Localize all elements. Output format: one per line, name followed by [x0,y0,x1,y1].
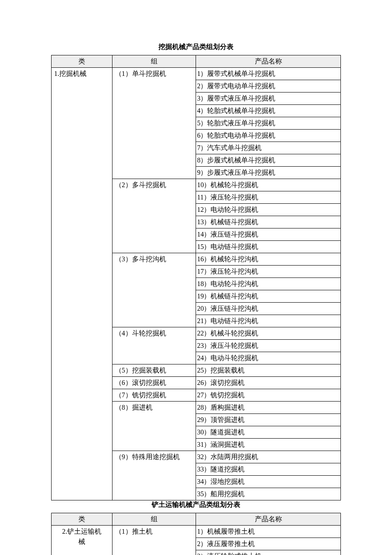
product-cell: 12）电动轮斗挖掘机 [196,204,341,216]
product-cell: 11）液压轮斗挖掘机 [196,191,341,204]
product-cell: 2）液压履带推土机 [196,538,341,550]
column-header: 类 [52,55,112,68]
product-cell: 26）滚切挖掘机 [196,377,341,389]
product-cell: 34）湿地挖掘机 [196,476,341,488]
product-cell: 1）机械履带推土机 [196,526,341,538]
product-cell: 7）汽车式单斗挖掘机 [196,142,341,154]
classification-table: 类组产品名称2.铲土运输机械（1）推土机1）机械履带推土机2）液压履带推土机3）… [51,513,341,555]
product-cell: 17）液压轮斗挖沟机 [196,266,341,278]
table-row: 1.挖掘机械（1）单斗挖掘机1）履带式机械单斗挖掘机 [52,68,341,80]
product-cell: 28）盾构掘进机 [196,402,341,414]
group-cell: （1）推土机 [112,526,196,555]
column-header: 类 [52,513,112,526]
product-cell: 4）轮胎式机械单斗挖掘机 [196,105,341,117]
group-cell: （9）特殊用途挖掘机 [112,451,196,500]
product-cell: 16）机械轮斗挖沟机 [196,253,341,266]
product-cell: 10）机械轮斗挖掘机 [196,179,341,191]
group-cell: （1）单斗挖掘机 [112,68,196,179]
product-cell: 5）轮胎式液压单斗挖掘机 [196,117,341,130]
column-header: 组 [112,55,196,68]
category-cell: 2.铲土运输机械 [52,526,112,555]
classification-table: 类组产品名称1.挖掘机械（1）单斗挖掘机1）履带式机械单斗挖掘机2）履带式电动单… [51,55,341,500]
product-cell: 21）电动链斗挖沟机 [196,315,341,327]
product-cell: 31）涵洞掘进机 [196,439,341,451]
product-cell: 15）电动链斗挖掘机 [196,241,341,253]
product-cell: 3）液压轮胎式推土机 [196,550,341,555]
table-title: 铲土运输机械产品类组划分表 [51,500,341,509]
product-cell: 19）机械链斗挖沟机 [196,290,341,303]
product-cell: 27）铣切挖掘机 [196,389,341,402]
column-header: 产品名称 [196,513,341,526]
product-cell: 29）顶管掘进机 [196,414,341,426]
group-cell: （3）多斗挖沟机 [112,253,196,327]
product-cell: 22）机械斗轮挖掘机 [196,327,341,340]
product-cell: 25）挖掘装载机 [196,364,341,377]
product-cell: 23）液压斗轮挖掘机 [196,340,341,352]
product-cell: 30）隧道掘进机 [196,426,341,439]
product-cell: 13）机械链斗挖掘机 [196,216,341,228]
group-cell: （8）掘进机 [112,402,196,451]
column-header: 组 [112,513,196,526]
product-cell: 8）步履式机械单斗挖掘机 [196,154,341,167]
product-cell: 32）水陆两用挖掘机 [196,451,341,463]
category-cell: 1.挖掘机械 [52,68,112,500]
product-cell: 14）液压链斗挖掘机 [196,228,341,241]
group-cell: （4）斗轮挖掘机 [112,327,196,364]
product-cell: 3）履带式液压单斗挖掘机 [196,92,341,105]
product-cell: 35）船用挖掘机 [196,488,341,500]
product-cell: 9）步履式液压单斗挖掘机 [196,167,341,179]
table-row: 2.铲土运输机械（1）推土机1）机械履带推土机 [52,526,341,538]
group-cell: （6）滚切挖掘机 [112,377,196,389]
group-cell: （5）挖掘装载机 [112,364,196,377]
product-cell: 24）电动斗轮挖掘机 [196,352,341,364]
product-cell: 18）电动轮斗挖沟机 [196,278,341,290]
column-header: 产品名称 [196,55,341,68]
product-cell: 2）履带式电动单斗挖掘机 [196,80,341,92]
table-title: 挖掘机械产品类组划分表 [51,43,341,52]
product-cell: 1）履带式机械单斗挖掘机 [196,68,341,80]
product-cell: 33）隧道挖掘机 [196,463,341,476]
product-cell: 20）液压链斗挖沟机 [196,303,341,315]
group-cell: （7）铣切挖掘机 [112,389,196,402]
product-cell: 6）轮胎式电动单斗挖掘机 [196,130,341,142]
group-cell: （2）多斗挖掘机 [112,179,196,253]
